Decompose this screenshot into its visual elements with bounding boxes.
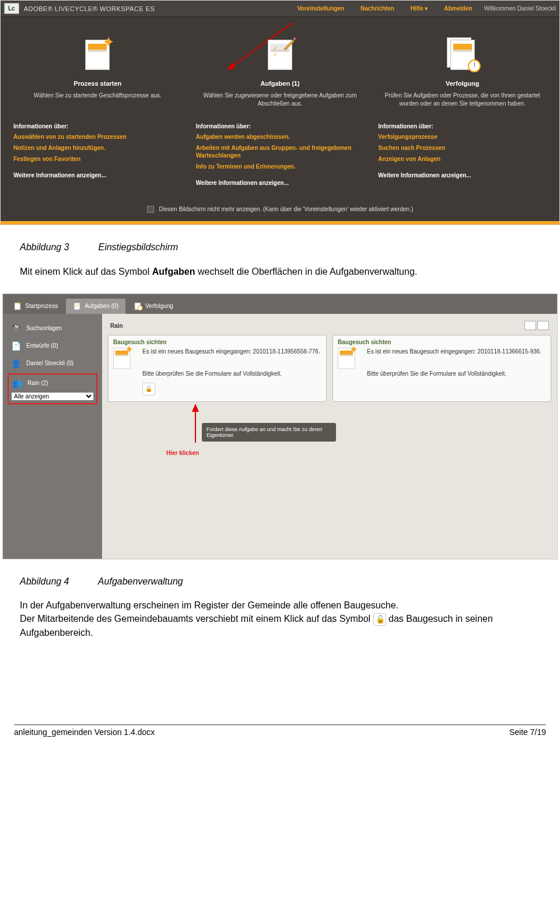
- tracking-icon[interactable]: [378, 34, 547, 75]
- dont-show-label: Diesen Bildschirm nicht mehr anzeigen. (…: [159, 206, 414, 212]
- dont-show-checkbox[interactable]: [147, 206, 154, 213]
- caption-4: Abbildung 4 Aufgabenverwaltung: [20, 575, 540, 588]
- card-hint: Bitte überprüfen Sie die Formulare auf V…: [367, 370, 546, 378]
- top-nav: Voreinstellungen Nachrichten Hilfe ▾ Abm…: [298, 5, 473, 12]
- topbar: Lc ADOBE® LIVECYCLE® WORKSPACE ES Vorein…: [1, 1, 559, 17]
- info-link[interactable]: Auswählen von zu startenden Prozessen: [13, 133, 182, 141]
- info-list: Verfolgungsprozesse Suchen nach Prozesse…: [378, 133, 547, 163]
- group-icon: 👥: [11, 378, 23, 388]
- draft-icon: 📄: [10, 341, 22, 351]
- tabs: Startprozess Aufgaben (0) Verfolgung: [3, 294, 557, 314]
- more-info-link[interactable]: Weitere Informationen anzeigen...: [13, 172, 182, 178]
- more-info-link[interactable]: Weitere Informationen anzeigen...: [378, 172, 547, 178]
- info-heading: Informationen über:: [196, 123, 365, 130]
- info-link[interactable]: Verfolgungsprozesse: [378, 133, 547, 141]
- list-view-button[interactable]: [524, 321, 536, 330]
- claim-task-icon: [373, 613, 386, 626]
- card-hint: Bitte überprüfen Sie die Formulare auf V…: [142, 370, 321, 378]
- card-title: Baugesuch sichten: [338, 339, 546, 345]
- brand: ADOBE® LIVECYCLE® WORKSPACE ES: [24, 5, 155, 12]
- doc-check-icon: [73, 302, 82, 311]
- screenshot-task-mgmt: Startprozess Aufgaben (0) Verfolgung 🔭 S…: [2, 293, 558, 559]
- binoculars-icon: 🔭: [10, 323, 22, 334]
- tab-startprocess[interactable]: Startprozess: [6, 299, 65, 314]
- info-list: Aufgaben werden abgeschlossen. Arbeiten …: [196, 133, 365, 170]
- info-link[interactable]: Festlegen von Favoriten: [13, 155, 182, 163]
- caption-3: Abbildung 3 Einstiegsbildschirm: [20, 240, 540, 254]
- paragraph: In der Aufgabenverwaltung erscheinen im …: [20, 598, 540, 612]
- doc-star-icon: [13, 302, 23, 311]
- panel-desc: Wählen Sie zugewiesene oder freigegebene…: [196, 92, 365, 115]
- welcome-panels: Prozess starten Wählen Sie zu startende …: [1, 17, 559, 198]
- task-card[interactable]: Baugesuch sichten Es ist ein neues Bauge…: [108, 335, 327, 402]
- footer-filename: anleitung_gemeinden Version 1.4.docx: [14, 727, 155, 737]
- nav-preferences[interactable]: Voreinstellungen: [298, 5, 344, 12]
- doc-star-icon: [338, 348, 362, 378]
- card-title: Baugesuch sichten: [113, 339, 321, 345]
- panel-title: Verfolgung: [378, 80, 547, 87]
- info-heading: Informationen über:: [378, 123, 547, 130]
- paragraph: Mit einem Klick auf das Symbol Aufgaben …: [20, 265, 540, 278]
- panel-title: Prozess starten: [13, 80, 182, 87]
- card-desc: Es ist ein neues Baugesuch eingegangen: …: [367, 348, 546, 356]
- accent-bar: [1, 221, 559, 225]
- screenshot-welcome: Lc ADOBE® LIVECYCLE® WORKSPACE ES Vorein…: [0, 0, 560, 225]
- main-area: Rain Baugesuch sichten Es ist ein neues …: [102, 314, 557, 559]
- svg-rect-3: [74, 303, 80, 310]
- info-link[interactable]: Suchen nach Prozessen: [378, 144, 547, 152]
- dont-show-again: Diesen Bildschirm nicht mehr anzeigen. (…: [1, 198, 559, 221]
- sidebar: 🔭 Suchvorlagen 📄 Entwürfe (0) 👤 Daniel S…: [3, 314, 102, 559]
- sidebar-drafts[interactable]: 📄 Entwürfe (0): [8, 337, 97, 355]
- footer-page: Seite 7/19: [509, 727, 546, 737]
- tab-tracking[interactable]: Verfolgung: [127, 299, 180, 314]
- welcome-text: Willkommen Daniel Stoeckli: [484, 5, 556, 12]
- doc-star-icon: [113, 348, 138, 396]
- info-link[interactable]: Anzeigen von Anlagen: [378, 155, 547, 163]
- paragraph: Der Mitarbeitende des Gemeindebauamts ve…: [20, 612, 540, 639]
- view-toggle: [523, 321, 549, 331]
- info-link[interactable]: Info zu Terminen und Erinnerungen.: [196, 163, 365, 170]
- sidebar-group-highlighted: 👥 Rain (2) Alle anzeigen: [8, 373, 97, 404]
- page-footer: anleitung_gemeinden Version 1.4.docx Sei…: [14, 724, 546, 737]
- start-process-icon[interactable]: [13, 34, 182, 75]
- panel-start-process: Prozess starten Wählen Sie zu startende …: [6, 34, 189, 186]
- tab-tasks[interactable]: Aufgaben (0): [66, 299, 125, 314]
- hier-klicken-label: Hier klicken: [166, 450, 199, 456]
- card-view-button[interactable]: [537, 321, 549, 330]
- group-filter-select[interactable]: Alle anzeigen: [11, 392, 94, 401]
- nav-help[interactable]: Hilfe ▾: [411, 5, 428, 12]
- info-heading: Informationen über:: [13, 123, 182, 130]
- info-link[interactable]: Notizen und Anlagen hinzufügen.: [13, 144, 182, 152]
- panel-desc: Prüfen Sie Aufgaben oder Prozesse, die v…: [378, 92, 547, 115]
- nav-logout[interactable]: Abmelden: [444, 5, 472, 12]
- panel-tracking: Verfolgung Prüfen Sie Aufgaben oder Proz…: [371, 34, 554, 186]
- claim-task-button[interactable]: 🔓: [142, 383, 155, 396]
- doc-body: Abbildung 4 Aufgabenverwaltung In der Au…: [0, 559, 560, 654]
- info-list: Auswählen von zu startenden Prozessen No…: [13, 133, 182, 163]
- info-link[interactable]: Aufgaben werden abgeschlossen.: [196, 133, 365, 141]
- sidebar-search-templates[interactable]: 🔭 Suchvorlagen: [8, 320, 97, 337]
- doc-body: Abbildung 3 Einstiegsbildschirm Mit eine…: [0, 225, 560, 293]
- queue-title-row: Rain: [108, 317, 551, 335]
- queue-title: Rain: [110, 323, 123, 329]
- panel-desc: Wählen Sie zu startende Geschäftsprozess…: [13, 92, 182, 115]
- task-card[interactable]: Baugesuch sichten Es ist ein neues Bauge…: [332, 335, 551, 402]
- doc-clock-icon: [134, 302, 143, 311]
- more-info-link[interactable]: Weitere Informationen anzeigen...: [196, 180, 365, 186]
- svg-point-5: [138, 306, 142, 310]
- card-desc: Es ist ein neues Baugesuch eingegangen: …: [142, 348, 321, 356]
- user-icon: 👤: [10, 358, 22, 369]
- lc-logo: Lc: [4, 3, 19, 14]
- sidebar-user-queue[interactable]: 👤 Daniel Stoeckli (0): [8, 355, 97, 372]
- nav-messages[interactable]: Nachrichten: [360, 5, 394, 12]
- info-link[interactable]: Arbeiten mit Aufgaben aus Gruppen- und f…: [196, 144, 365, 159]
- sidebar-group-queue[interactable]: 👥 Rain (2): [11, 377, 94, 390]
- claim-tooltip: Fordert diese Aufgabe an und macht Sie z…: [202, 423, 336, 442]
